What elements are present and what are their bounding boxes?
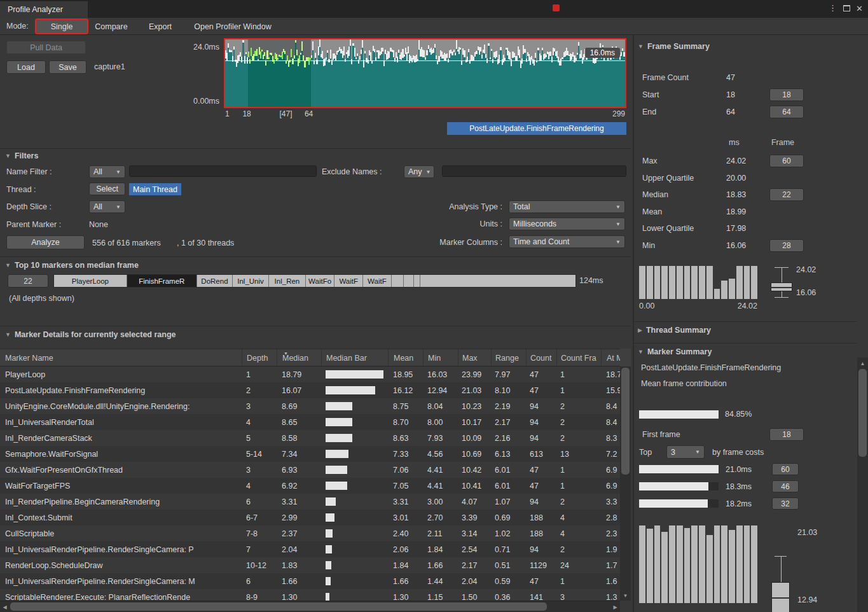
frame-summary-header[interactable]: ▼ Frame Summary — [638, 42, 710, 51]
top10-segment[interactable]: WaitF — [334, 275, 363, 287]
column-header-marker-name[interactable]: Marker Name — [0, 349, 242, 366]
scroll-up-icon[interactable]: ▲ — [857, 359, 868, 368]
column-header-max[interactable]: Max — [458, 349, 491, 366]
cost-ms-value: 18.3ms — [719, 482, 772, 491]
top-frame-row: 21.0ms60 — [638, 461, 867, 478]
column-header-at-m[interactable]: At M — [601, 349, 620, 366]
table-row[interactable]: ScriptableRenderer.Execute: PlanarReflec… — [0, 589, 620, 601]
top10-segment[interactable]: Inl_Ren — [269, 275, 306, 287]
mode-single-button[interactable]: Single — [36, 20, 87, 33]
save-button[interactable]: Save — [49, 60, 86, 74]
frame-jump-button[interactable]: 46 — [772, 480, 799, 492]
scrollbar-thumb[interactable] — [621, 368, 630, 475]
tab-profile-analyzer[interactable]: Profile Analyzer — [0, 1, 88, 18]
pull-data-button[interactable]: Pull Data — [6, 41, 86, 54]
table-row[interactable]: PostLateUpdate.FinishFrameRendering216.0… — [0, 382, 620, 398]
table-row[interactable]: RenderLoop.ScheduleDraw10-121.831.841.66… — [0, 557, 620, 573]
table-row[interactable]: WaitForTargetFPS46.927.054.4110.416.0147… — [0, 478, 620, 494]
open-profiler-window-button[interactable]: Open Profiler Window — [181, 20, 285, 33]
scrollbar-thumb[interactable] — [858, 369, 867, 457]
cost-bar-fill — [639, 465, 719, 473]
top10-bar[interactable]: PlayerLoopFinishFrameRDoRendInl_UnivInl_… — [53, 274, 576, 288]
details-header: Marker NameDepthMedian▼Median BarMeanMin… — [0, 349, 620, 366]
column-header-depth[interactable]: Depth — [242, 349, 277, 366]
table-row[interactable]: Inl_UniversalRenderPipeline.RenderSingle… — [0, 573, 620, 589]
column-header-range[interactable]: Range — [491, 349, 526, 366]
frame-jump-button[interactable]: 28 — [769, 239, 804, 252]
histogram-bar — [736, 525, 743, 603]
top10-segment[interactable]: DoRend — [197, 275, 233, 287]
top10-segment[interactable]: FinishFrameR — [127, 275, 197, 287]
table-row[interactable]: PlayerLoop118.7918.9516.0323.997.9747118… — [0, 366, 620, 382]
scrollbar-thumb[interactable] — [10, 602, 547, 611]
depth-slice-dropdown[interactable]: All ▼ — [89, 200, 125, 213]
name-filter-mode-dropdown[interactable]: All ▼ — [89, 165, 125, 178]
thread-filter-value[interactable]: Main Thread — [129, 183, 181, 195]
table-row[interactable]: Gfx.WaitForPresentOnGfxThread36.937.064.… — [0, 462, 620, 478]
scroll-right-icon[interactable]: ▶ — [610, 601, 620, 612]
table-cell: 2.40 — [388, 529, 423, 538]
mode-compare-button[interactable]: Compare — [88, 20, 134, 33]
top10-header[interactable]: ▼ Top 10 markers on median frame — [5, 261, 139, 270]
table-cell: 10.41 — [458, 482, 491, 490]
table-cell: 4.07 — [458, 497, 491, 506]
analysis-type-dropdown[interactable]: Total ▼ — [509, 200, 625, 213]
top10-segment[interactable] — [404, 275, 414, 287]
column-header-count-fra[interactable]: Count Fra — [556, 349, 601, 366]
export-button[interactable]: Export — [142, 20, 178, 33]
top10-segment[interactable]: WaitFo — [306, 275, 334, 287]
table-cell: 8.58 — [277, 434, 321, 443]
scroll-left-icon[interactable]: ◀ — [0, 601, 10, 612]
frame-jump-button[interactable]: 22 — [769, 188, 804, 201]
divider — [0, 256, 631, 257]
frame-jump-button[interactable]: 60 — [769, 155, 804, 167]
thread-summary-header[interactable]: ▶ Thread Summary — [638, 326, 711, 335]
table-row[interactable]: CullScriptable7-82.372.402.113.141.02188… — [0, 525, 620, 541]
load-button[interactable]: Load — [6, 60, 46, 74]
table-cell: 4 — [242, 482, 277, 490]
column-header-median[interactable]: Median▼ — [277, 349, 321, 366]
column-header-median-bar[interactable]: Median Bar — [321, 349, 388, 366]
top10-segment[interactable]: PlayerLoop — [54, 275, 127, 287]
mode-toolbar: Mode: Single Compare Export Open Profile… — [0, 18, 868, 35]
table-row[interactable]: Inl_UniversalRenderTotal48.658.708.0010.… — [0, 414, 620, 430]
table-horizontal-scrollbar[interactable]: ◀ ▶ — [0, 601, 620, 612]
frame-time-chart[interactable]: 16.0ms — [224, 38, 626, 108]
filters-header[interactable]: ▼ Filters — [5, 151, 38, 160]
frame-jump-button[interactable]: 32 — [772, 497, 799, 510]
table-row[interactable]: Inl_RenderPipeline.BeginCameraRendering6… — [0, 494, 620, 510]
table-row[interactable]: Inl_UniversalRenderPipeline.RenderSingle… — [0, 541, 620, 557]
units-dropdown[interactable]: Milliseconds ▼ — [509, 218, 625, 230]
table-vertical-scrollbar[interactable]: ▼ — [620, 366, 631, 601]
analyze-button[interactable]: Analyze — [6, 235, 85, 249]
table-row[interactable]: Inl_RenderCameraStack58.588.637.9310.092… — [0, 430, 620, 446]
top10-segment[interactable]: WaitF — [363, 275, 391, 287]
frame-jump-button[interactable]: 64 — [769, 106, 804, 118]
close-icon[interactable]: ✕ — [856, 4, 863, 13]
top10-segment[interactable] — [414, 275, 420, 287]
details-section-header[interactable]: ▼ Marker Details for currently selected … — [5, 330, 176, 339]
top10-segment[interactable] — [392, 275, 404, 287]
maximize-icon[interactable] — [843, 5, 850, 11]
table-row[interactable]: Inl_Context.Submit6-72.993.012.703.390.6… — [0, 510, 620, 525]
table-row[interactable]: UnityEngine.CoreModule.dll!UnityEngine.R… — [0, 398, 620, 414]
exclude-mode-dropdown[interactable]: Any ▼ — [404, 165, 434, 178]
column-header-mean[interactable]: Mean — [388, 349, 423, 366]
name-filter-input[interactable] — [129, 165, 317, 177]
exclude-names-input[interactable] — [442, 165, 626, 177]
column-header-count[interactable]: Count — [526, 349, 556, 366]
frame-jump-button[interactable]: 18 — [769, 428, 804, 441]
column-header-min[interactable]: Min — [423, 349, 458, 366]
menu-icon[interactable]: ⋮ — [829, 4, 837, 13]
top10-segment[interactable]: Inl_Univ — [233, 275, 269, 287]
marker-summary-header[interactable]: ▼ Marker Summary — [638, 347, 712, 356]
median-frame-button[interactable]: 22 — [8, 274, 48, 288]
panel-vertical-scrollbar[interactable]: ▲ — [857, 358, 868, 612]
marker-columns-dropdown[interactable]: Time and Count ▼ — [509, 235, 625, 248]
top-count-dropdown[interactable]: 3 ▼ — [666, 445, 705, 459]
thread-select-button[interactable]: Select — [89, 183, 125, 195]
scroll-down-icon[interactable]: ▼ — [620, 590, 631, 601]
table-row[interactable]: Semaphore.WaitForSignal5-147.347.334.561… — [0, 446, 620, 462]
frame-jump-button[interactable]: 18 — [769, 88, 804, 101]
frame-jump-button[interactable]: 60 — [772, 463, 799, 475]
